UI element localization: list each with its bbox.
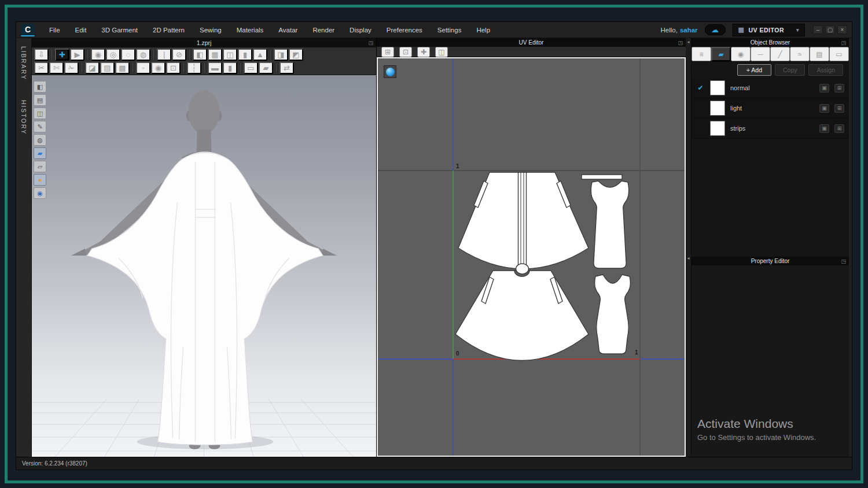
3d-viewport[interactable]: ◧▤◫✎◍▰▱●◉: [32, 75, 376, 457]
tab-trim[interactable]: ▭: [829, 47, 849, 61]
fabric-mesh-icon[interactable]: ▱: [34, 161, 46, 172]
restore-button[interactable]: ▢: [825, 25, 835, 34]
arrange-pattern-icon[interactable]: ◫: [435, 47, 448, 57]
duplicate-icon[interactable]: ▣: [819, 124, 829, 133]
popout-icon[interactable]: ◳: [841, 40, 846, 46]
texture-swatch[interactable]: [710, 80, 725, 95]
buttonhole-icon[interactable]: ⊡: [166, 62, 181, 74]
menu-2d-pattern[interactable]: 2D Pattern: [145, 22, 192, 38]
stripe-garment-left-icon[interactable]: ◨: [274, 49, 288, 61]
world-map-icon[interactable]: ◉: [34, 187, 46, 199]
capture-uv-icon[interactable]: ⊞: [381, 47, 394, 57]
menu-materials[interactable]: Materials: [229, 22, 271, 38]
object-row-normal[interactable]: ✔ normal ▣ ⊞: [692, 78, 849, 98]
move-pattern-icon[interactable]: ✚: [417, 47, 430, 57]
property-editor-header[interactable]: Property Editor ◳: [692, 257, 849, 265]
minimize-button[interactable]: –: [813, 25, 823, 34]
tab-button[interactable]: ◉: [731, 47, 751, 61]
menu-sewing[interactable]: Sewing: [192, 22, 229, 38]
button-icon[interactable]: ◉: [151, 62, 165, 74]
show-avatar-icon[interactable]: ◍: [34, 134, 46, 146]
app-logo[interactable]: C: [21, 24, 35, 36]
menu-help[interactable]: Help: [469, 22, 498, 38]
close-button[interactable]: ×: [837, 25, 847, 34]
add-to-icon[interactable]: ⊞: [834, 124, 844, 133]
cloud-sync-button[interactable]: ☁: [705, 24, 726, 35]
menu-display[interactable]: Display: [342, 22, 379, 38]
tab-stitch[interactable]: ╱: [770, 47, 790, 61]
uv-canvas[interactable]: 1 0 1: [377, 57, 686, 457]
tab-puckering[interactable]: ≈: [790, 47, 810, 61]
open-garment-icon[interactable]: ◫: [223, 49, 237, 61]
show-sewing-icon[interactable]: ✎: [34, 121, 46, 132]
pin-box-icon[interactable]: ◎: [106, 49, 120, 61]
pleat-icon[interactable]: ⇄: [279, 62, 294, 74]
pattern-pieces[interactable]: [455, 172, 630, 361]
menu-edit[interactable]: Edit: [68, 22, 94, 38]
tack-avatar-icon[interactable]: ◍: [136, 49, 150, 61]
object-row-strips[interactable]: ✔ strips ▣ ⊞: [692, 119, 849, 139]
popout-icon[interactable]: ◳: [841, 258, 846, 264]
texture-garment-icon[interactable]: ▤: [100, 62, 115, 74]
popout-icon[interactable]: ◳: [368, 40, 373, 46]
cut-sew-icon[interactable]: ✂: [34, 62, 49, 74]
checker-garment-icon[interactable]: ▩: [115, 62, 130, 74]
texture-swatch[interactable]: [710, 121, 725, 136]
eraser-icon[interactable]: ⊘: [172, 49, 186, 61]
fabric-view-icon[interactable]: ▰: [34, 147, 46, 159]
tab-piping[interactable]: ▤: [810, 47, 829, 61]
capture-pattern-icon[interactable]: ⊡: [399, 47, 412, 57]
mode-selector[interactable]: ▦ UV EDITOR ▾: [733, 24, 805, 36]
menu-file[interactable]: File: [42, 22, 68, 38]
object-browser-header[interactable]: Object Browser ◳: [692, 38, 849, 47]
tab-fabric[interactable]: ▰: [711, 47, 731, 61]
pin-curve-icon[interactable]: ◌: [121, 49, 135, 61]
menu-3d-garment[interactable]: 3D Garment: [94, 22, 145, 38]
show-3d-render-icon[interactable]: ◧: [34, 81, 46, 93]
tab-topstitch[interactable]: ─: [751, 47, 770, 61]
select-mesh-icon[interactable]: ▶: [70, 49, 84, 61]
cut-pen-icon[interactable]: ✄: [49, 62, 64, 74]
show-garment-fit-icon[interactable]: ▤: [34, 94, 46, 106]
popout-icon[interactable]: ◳: [678, 40, 683, 46]
add-to-icon[interactable]: ⊞: [834, 104, 844, 113]
document-tab[interactable]: 1.zprj ◳: [32, 38, 376, 47]
add-button[interactable]: + Add: [737, 64, 771, 76]
menu-avatar[interactable]: Avatar: [271, 22, 305, 38]
copy-button[interactable]: Copy: [775, 64, 806, 76]
tab-history[interactable]: HISTORY: [20, 100, 27, 135]
fabric-roll-icon[interactable]: ▮: [223, 62, 237, 74]
show-garment-icon[interactable]: ◫: [34, 108, 46, 119]
down-arrow-icon[interactable]: ⇩: [34, 49, 49, 61]
zipper-icon[interactable]: ┆: [187, 62, 201, 74]
add-to-icon[interactable]: ⊞: [834, 84, 844, 93]
material-sphere-button[interactable]: [384, 65, 396, 78]
collapse-left-icon[interactable]: ◂: [687, 40, 689, 45]
username[interactable]: sahar: [680, 27, 698, 34]
fabric-cursor-icon[interactable]: ▬: [208, 62, 222, 74]
avatar-garment-icon[interactable]: ▲: [253, 49, 267, 61]
needle-icon[interactable]: ∣: [157, 49, 171, 61]
select-move-icon[interactable]: ✚: [55, 49, 69, 61]
fit-garment-icon[interactable]: ▦: [208, 49, 222, 61]
cut-knife-icon[interactable]: ✁: [64, 62, 79, 74]
avatar-skin-icon[interactable]: ●: [34, 174, 46, 186]
menu-preferences[interactable]: Preferences: [379, 22, 430, 38]
texture-cursor-icon[interactable]: ◪: [85, 62, 100, 74]
stripe-garment-right-icon[interactable]: ◩: [289, 49, 303, 61]
kaftan-garment[interactable]: [87, 152, 323, 445]
uv-editor-header[interactable]: UV Editor ◳: [377, 38, 686, 47]
texture-swatch[interactable]: [710, 101, 725, 116]
menu-render[interactable]: Render: [305, 22, 342, 38]
button-cursor-icon[interactable]: ◦: [136, 62, 150, 74]
collapse-left-icon[interactable]: ◂: [687, 256, 689, 261]
assign-button[interactable]: Assign: [808, 64, 843, 76]
tab-library[interactable]: LIBRARY: [20, 46, 27, 80]
duplicate-icon[interactable]: ▣: [819, 84, 829, 93]
fold-arrangement-icon[interactable]: ◧: [193, 49, 207, 61]
duplicate-icon[interactable]: ▣: [819, 104, 829, 113]
tack-garment-icon[interactable]: ◉: [91, 49, 105, 61]
vest-icon[interactable]: ▮: [238, 49, 252, 61]
menu-settings[interactable]: Settings: [430, 22, 469, 38]
trim-roll-icon[interactable]: ▰: [259, 62, 273, 74]
